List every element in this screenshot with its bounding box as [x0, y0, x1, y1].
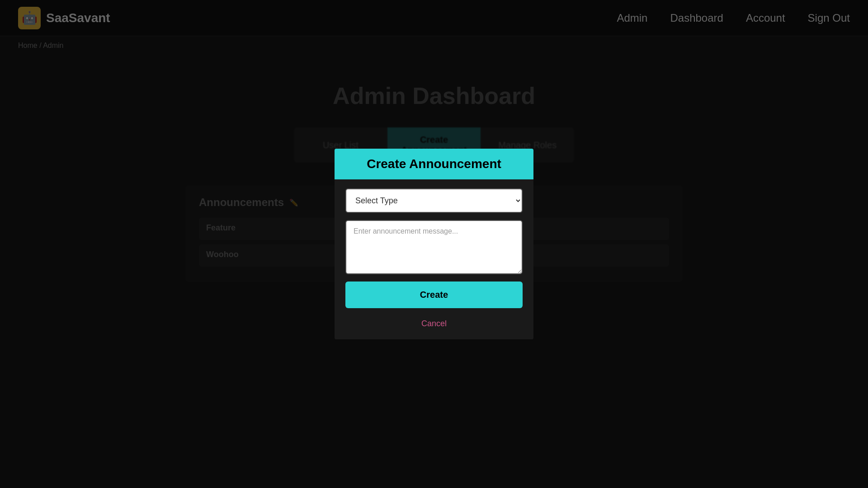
modal-title: Create Announcement [335, 149, 533, 179]
cancel-link[interactable]: Cancel [345, 315, 523, 330]
modal-box: Create Announcement Select Type Feature … [335, 149, 533, 339]
modal-overlay: Create Announcement Select Type Feature … [0, 0, 868, 488]
message-textarea[interactable] [345, 220, 523, 274]
type-select[interactable]: Select Type Feature Maintenance Update [345, 188, 523, 213]
modal-body: Select Type Feature Maintenance Update C… [335, 179, 533, 339]
create-button[interactable]: Create [345, 282, 523, 308]
